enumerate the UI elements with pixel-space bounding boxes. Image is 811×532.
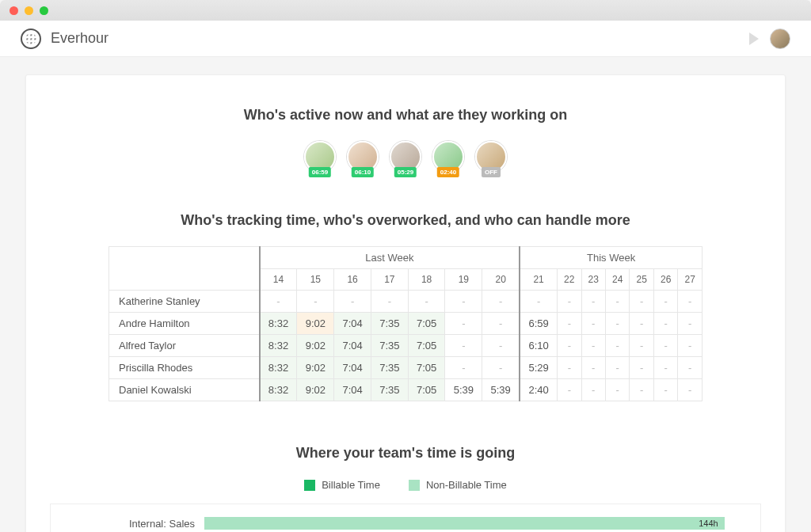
time-cell: 8:32 (260, 335, 297, 357)
day-header: 25 (630, 269, 653, 291)
swatch-nonbillable-icon (409, 480, 420, 491)
time-cell: - (678, 291, 702, 313)
time-cell: - (260, 291, 297, 313)
minimize-icon[interactable] (25, 6, 33, 15)
browser-chrome (0, 0, 811, 21)
time-cell: - (581, 291, 605, 313)
time-cell: - (606, 291, 630, 313)
close-icon[interactable] (10, 6, 18, 15)
active-people-row: 06:59 06:10 05:29 02:40 OFF (50, 141, 761, 173)
time-cell: - (653, 379, 677, 401)
table-row: Alfred Taylor8:329:027:047:357:05--6:10-… (109, 335, 702, 357)
time-badge: 05:29 (394, 167, 417, 177)
person-name[interactable]: Daniel Kowalski (109, 379, 260, 401)
user-avatar[interactable] (770, 28, 790, 49)
table-row: Priscilla Rhodes8:329:027:047:357:05--5:… (109, 357, 702, 379)
time-cell: - (558, 313, 581, 335)
active-person[interactable]: OFF (475, 141, 507, 173)
time-cell: 6:10 (520, 335, 557, 357)
time-cell: - (581, 357, 605, 379)
time-cell: - (334, 291, 371, 313)
time-cell: 9:02 (297, 313, 334, 335)
time-cell: - (630, 291, 653, 313)
time-cell: 6:59 (520, 313, 557, 335)
active-person[interactable]: 02:40 (432, 141, 464, 173)
time-cell: 7:35 (371, 357, 408, 379)
time-cell: 9:02 (297, 379, 334, 401)
day-header: 17 (371, 269, 408, 291)
bar-label: Internal: Sales (65, 518, 204, 530)
person-name[interactable]: Priscilla Rhodes (109, 357, 260, 379)
dashboard-card: Who's active now and what are they worki… (25, 74, 786, 532)
clock-icon (21, 28, 41, 49)
time-cell: - (482, 357, 520, 379)
time-cell: - (678, 335, 702, 357)
time-badge: 06:10 (352, 167, 374, 177)
maximize-icon[interactable] (40, 6, 48, 15)
week-header-last: Last Week (260, 247, 520, 269)
chart-legend: Billable Time Non-Billable Time (50, 479, 761, 491)
time-cell: 7:05 (408, 379, 445, 401)
time-cell: - (482, 335, 520, 357)
time-cell: 7:35 (371, 379, 408, 401)
time-cell: - (445, 335, 482, 357)
time-cell: - (606, 335, 630, 357)
time-badge: 02:40 (437, 167, 459, 177)
day-header: 18 (408, 269, 445, 291)
time-cell: - (653, 335, 677, 357)
person-name[interactable]: Alfred Taylor (109, 335, 260, 357)
legend-billable: Billable Time (304, 479, 380, 491)
time-cell: 7:04 (334, 313, 371, 335)
active-person[interactable]: 06:10 (347, 141, 379, 173)
bar-fill[interactable]: 144h (204, 517, 725, 530)
play-icon[interactable] (749, 32, 759, 45)
time-cell: 9:02 (297, 357, 334, 379)
time-cell: - (558, 379, 581, 401)
table-row: Andre Hamilton8:329:027:047:357:05--6:59… (109, 313, 702, 335)
time-badge: 06:59 (309, 167, 331, 177)
time-cell: 8:32 (260, 313, 297, 335)
time-cell: - (408, 291, 445, 313)
time-cell: - (445, 291, 482, 313)
time-cell: - (606, 357, 630, 379)
time-cell: 7:04 (334, 357, 371, 379)
legend-label-billable: Billable Time (322, 479, 380, 491)
window-controls (10, 6, 48, 15)
time-cell: - (558, 291, 581, 313)
time-cell: - (653, 313, 677, 335)
legend-label-nonbillable: Non-Billable Time (426, 479, 507, 491)
chart-area: Internal: Sales144hClient 1 - iOS App64h (50, 504, 761, 532)
section-title-active: Who's active now and what are they worki… (50, 107, 761, 124)
time-cell: - (482, 291, 520, 313)
time-cell: 7:04 (334, 379, 371, 401)
day-header: 20 (482, 269, 520, 291)
time-cell: 9:02 (297, 335, 334, 357)
time-cell: - (445, 313, 482, 335)
swatch-billable-icon (304, 480, 315, 491)
time-cell: - (606, 313, 630, 335)
time-cell: 7:04 (334, 335, 371, 357)
person-name[interactable]: Andre Hamilton (109, 313, 260, 335)
active-person[interactable]: 06:59 (304, 141, 336, 173)
time-cell: - (678, 313, 702, 335)
brand[interactable]: Everhour (21, 28, 109, 49)
time-cell: 8:32 (260, 357, 297, 379)
time-cell: - (678, 379, 702, 401)
time-cell: - (630, 313, 653, 335)
section-title-tracking: Who's tracking time, who's overworked, a… (50, 212, 761, 229)
time-cell: 7:35 (371, 313, 408, 335)
time-cell: 2:40 (520, 379, 557, 401)
time-cell: 5:39 (482, 379, 520, 401)
day-header: 26 (653, 269, 677, 291)
person-name[interactable]: Katherine Stanley (109, 291, 260, 313)
week-header-this: This Week (520, 247, 702, 269)
table-row: Katherine Stanley-------------- (109, 291, 702, 313)
time-cell: - (371, 291, 408, 313)
time-cell: - (630, 379, 653, 401)
active-person[interactable]: 05:29 (390, 141, 421, 173)
time-cell: - (653, 357, 677, 379)
time-cell: 7:05 (408, 357, 445, 379)
tracking-table: Last Week This Week 14151617181920212223… (109, 246, 702, 401)
time-cell: - (581, 379, 605, 401)
day-header: 16 (334, 269, 371, 291)
